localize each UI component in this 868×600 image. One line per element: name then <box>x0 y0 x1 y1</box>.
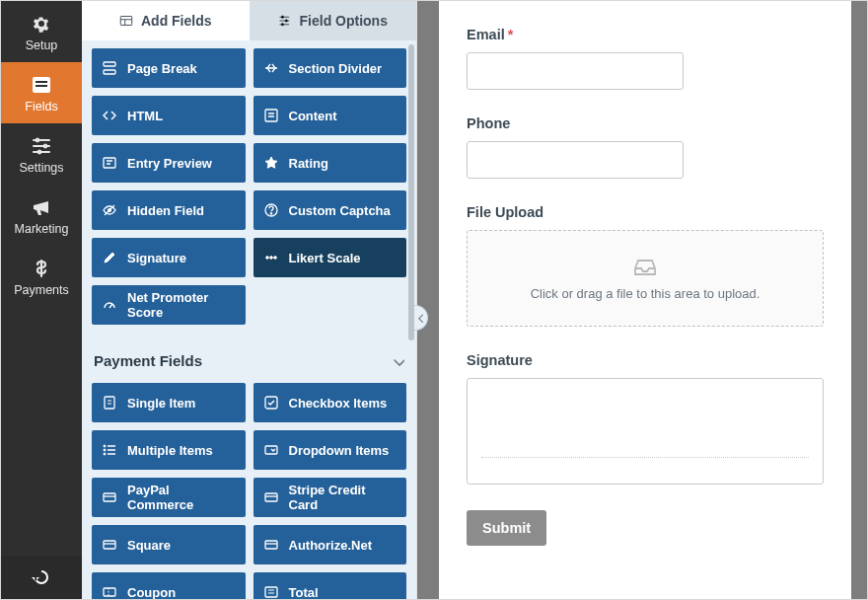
required-asterisk: * <box>508 27 514 42</box>
content-icon <box>263 108 279 123</box>
signature-line <box>481 457 809 458</box>
field-type-hidden-field[interactable]: Hidden Field <box>92 190 246 230</box>
field-type-label: Custom Captcha <box>289 203 391 218</box>
nav-label: Fields <box>25 100 57 113</box>
form-preview[interactable]: Email* Phone File Upload Click or drag a… <box>439 1 851 599</box>
field-type-likert-scale[interactable]: Likert Scale <box>253 238 407 277</box>
field-type-label: Content <box>289 109 337 123</box>
field-file-upload[interactable]: File Upload Click or drag a file to this… <box>467 204 824 327</box>
field-type-net-promoter-score[interactable]: Net Promoter Score <box>92 285 246 325</box>
nav-fields[interactable]: Fields <box>1 62 82 123</box>
nav-label: Payments <box>14 283 69 297</box>
field-type-label: Section Divider <box>289 61 383 76</box>
field-phone[interactable]: Phone <box>467 115 824 179</box>
field-label: Email* <box>467 27 824 42</box>
nav-settings[interactable]: Settings <box>1 123 82 185</box>
pencil-icon <box>102 250 117 265</box>
field-type-label: Entry Preview <box>127 156 212 171</box>
field-type-entry-preview[interactable]: Entry Preview <box>92 143 246 183</box>
tab-field-options[interactable]: Field Options <box>250 1 417 40</box>
field-type-authorize-net[interactable]: Authorize.Net <box>253 525 407 564</box>
field-type-square[interactable]: Square <box>92 525 246 564</box>
preview-area: Email* Phone File Upload Click or drag a… <box>417 1 867 599</box>
nav-marketing[interactable]: Marketing <box>1 185 82 246</box>
card-icon <box>263 537 279 553</box>
total-icon <box>263 584 279 599</box>
field-type-single-item[interactable]: Single Item <box>92 383 246 422</box>
field-type-dropdown-items[interactable]: Dropdown Items <box>253 430 407 470</box>
field-type-label: Square <box>127 538 171 553</box>
section-title: Payment Fields <box>94 352 202 369</box>
nav-label: Settings <box>19 161 63 175</box>
layout-icon <box>119 14 133 28</box>
file-upload-dropzone[interactable]: Click or drag a file to this area to upl… <box>467 230 824 327</box>
nav-history[interactable] <box>1 556 82 599</box>
field-type-label: Authorize.Net <box>289 538 373 553</box>
card-icon <box>263 489 279 505</box>
nav-label: Setup <box>26 38 58 52</box>
field-type-html[interactable]: HTML <box>92 96 246 135</box>
field-type-label: Dropdown Items <box>289 443 390 458</box>
field-type-multiple-items[interactable]: Multiple Items <box>92 430 246 470</box>
field-label: Signature <box>467 352 824 368</box>
history-icon <box>31 566 52 588</box>
tab-add-fields[interactable]: Add Fields <box>82 1 250 40</box>
nav-setup[interactable]: Setup <box>1 1 82 62</box>
field-type-label: Likert Scale <box>289 251 361 265</box>
field-type-label: Multiple Items <box>127 443 213 458</box>
scrollbar-thumb[interactable] <box>408 44 414 340</box>
field-type-rating[interactable]: Rating <box>253 143 407 183</box>
chevron-down-icon <box>391 354 404 368</box>
signature-canvas[interactable] <box>467 378 824 485</box>
nav-label: Marketing <box>15 222 69 236</box>
fields-panel: Add Fields Field Options Page BreakSecti… <box>82 1 417 599</box>
field-type-label: HTML <box>127 109 163 123</box>
field-type-checkbox-items[interactable]: Checkbox Items <box>253 383 407 422</box>
field-type-coupon[interactable]: Coupon <box>92 572 246 599</box>
code-icon <box>102 108 117 123</box>
sliders-icon <box>31 135 52 157</box>
coupon-icon <box>102 584 117 599</box>
field-type-signature[interactable]: Signature <box>92 238 246 277</box>
submit-button[interactable]: Submit <box>467 510 546 546</box>
checkbox-icon <box>263 395 279 411</box>
divider-icon <box>263 60 279 76</box>
field-type-total[interactable]: Total <box>253 572 407 599</box>
email-input[interactable] <box>467 52 684 90</box>
nav-payments[interactable]: Payments <box>1 246 82 307</box>
field-type-stripe-credit-card[interactable]: Stripe Credit Card <box>253 478 407 517</box>
tab-label: Add Fields <box>141 13 212 29</box>
field-type-label: Rating <box>289 156 328 171</box>
card-icon <box>102 489 117 505</box>
field-type-content[interactable]: Content <box>253 96 407 135</box>
star-icon <box>263 155 279 171</box>
preview-gutter-left <box>417 1 439 599</box>
bullhorn-icon <box>31 196 52 218</box>
upload-hint: Click or drag a file to this area to upl… <box>531 286 760 301</box>
section-payment-fields[interactable]: Payment Fields <box>94 352 404 369</box>
list-icon <box>102 442 117 458</box>
field-type-custom-captcha[interactable]: Custom Captcha <box>253 190 407 230</box>
doc-icon <box>102 395 117 411</box>
chevron-left-icon <box>416 313 426 323</box>
preview-gutter-right <box>851 1 867 599</box>
inbox-icon <box>632 257 658 278</box>
field-type-label: Net Promoter Score <box>127 290 236 320</box>
field-type-label: Stripe Credit Card <box>289 483 398 512</box>
field-signature[interactable]: Signature <box>467 352 824 485</box>
field-type-label: Hidden Field <box>127 203 204 218</box>
field-email[interactable]: Email* <box>467 27 824 90</box>
fields-scroll[interactable]: Page BreakSection DividerHTMLContentEntr… <box>82 40 416 599</box>
field-type-section-divider[interactable]: Section Divider <box>253 48 407 88</box>
field-label: File Upload <box>467 204 824 220</box>
side-nav: Setup Fields Settings Marketing Payments <box>1 1 82 599</box>
field-type-paypal-commerce[interactable]: PayPal Commerce <box>92 478 246 517</box>
phone-input[interactable] <box>467 141 684 179</box>
dollar-icon <box>31 258 52 279</box>
eye-off-icon <box>102 202 117 218</box>
card-icon <box>102 537 117 553</box>
gear-icon <box>31 13 52 35</box>
field-type-label: Checkbox Items <box>289 396 388 411</box>
field-type-page-break[interactable]: Page Break <box>92 48 246 88</box>
tab-label: Field Options <box>300 13 388 29</box>
